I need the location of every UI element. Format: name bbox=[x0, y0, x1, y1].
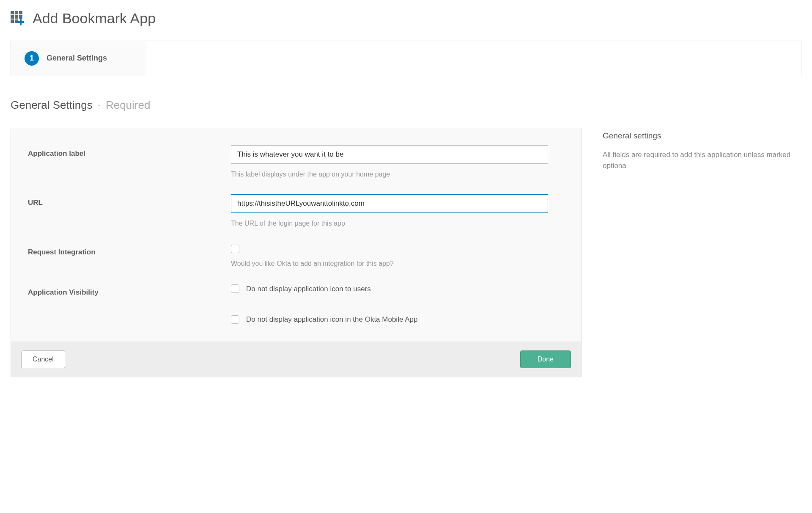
settings-form-card: Application label This label displays un… bbox=[11, 128, 582, 377]
help-application-label: This label displays under the app on you… bbox=[231, 170, 557, 179]
help-url: The URL of the login page for this app bbox=[231, 219, 557, 228]
bookmark-app-icon bbox=[11, 11, 26, 26]
cancel-button[interactable]: Cancel bbox=[21, 350, 65, 368]
step-general-settings[interactable]: 1 General Settings bbox=[11, 41, 146, 76]
sidebar-text: All fields are required to add this appl… bbox=[603, 149, 801, 172]
svg-rect-6 bbox=[11, 19, 14, 23]
sidebar-info: General settings All fields are required… bbox=[603, 128, 801, 171]
label-application-label: Application label bbox=[28, 145, 231, 179]
separator-dot: · bbox=[98, 97, 101, 113]
step-number-badge: 1 bbox=[25, 51, 39, 66]
row-application-visibility: Application Visibility Do not display ap… bbox=[28, 284, 564, 325]
visibility-mobile-checkbox[interactable] bbox=[231, 315, 239, 324]
label-url: URL bbox=[28, 194, 231, 228]
svg-rect-2 bbox=[19, 11, 22, 14]
row-application-label: Application label This label displays un… bbox=[28, 145, 564, 179]
section-title: General Settings bbox=[11, 97, 93, 113]
row-url: URL The URL of the login page for this a… bbox=[28, 194, 564, 228]
page-title: Add Bookmark App bbox=[33, 8, 156, 29]
label-application-visibility: Application Visibility bbox=[28, 284, 231, 325]
done-button[interactable]: Done bbox=[520, 350, 571, 368]
visibility-users-text: Do not display application icon to users bbox=[246, 284, 371, 294]
page-header: Add Bookmark App bbox=[11, 8, 801, 29]
url-input[interactable] bbox=[231, 194, 548, 213]
visibility-users-checkbox[interactable] bbox=[231, 284, 239, 293]
request-integration-checkbox[interactable] bbox=[231, 245, 239, 253]
section-required: Required bbox=[106, 97, 151, 113]
svg-rect-5 bbox=[19, 15, 22, 19]
step-label: General Settings bbox=[47, 53, 107, 63]
wizard-steps: 1 General Settings bbox=[11, 41, 801, 76]
application-label-input[interactable] bbox=[231, 145, 548, 164]
svg-rect-9 bbox=[17, 21, 24, 23]
svg-rect-1 bbox=[15, 11, 18, 14]
svg-rect-0 bbox=[11, 11, 14, 14]
row-request-integration: Request Integration Would you like Okta … bbox=[28, 244, 564, 269]
form-footer: Cancel Done bbox=[11, 342, 581, 377]
visibility-mobile-text: Do not display application icon in the O… bbox=[246, 314, 417, 325]
svg-rect-4 bbox=[15, 15, 18, 19]
svg-rect-3 bbox=[11, 15, 14, 19]
label-request-integration: Request Integration bbox=[28, 244, 231, 269]
help-request-integration: Would you like Okta to add an integratio… bbox=[231, 259, 557, 268]
sidebar-heading: General settings bbox=[603, 130, 801, 142]
section-heading: General Settings · Required bbox=[11, 97, 801, 113]
